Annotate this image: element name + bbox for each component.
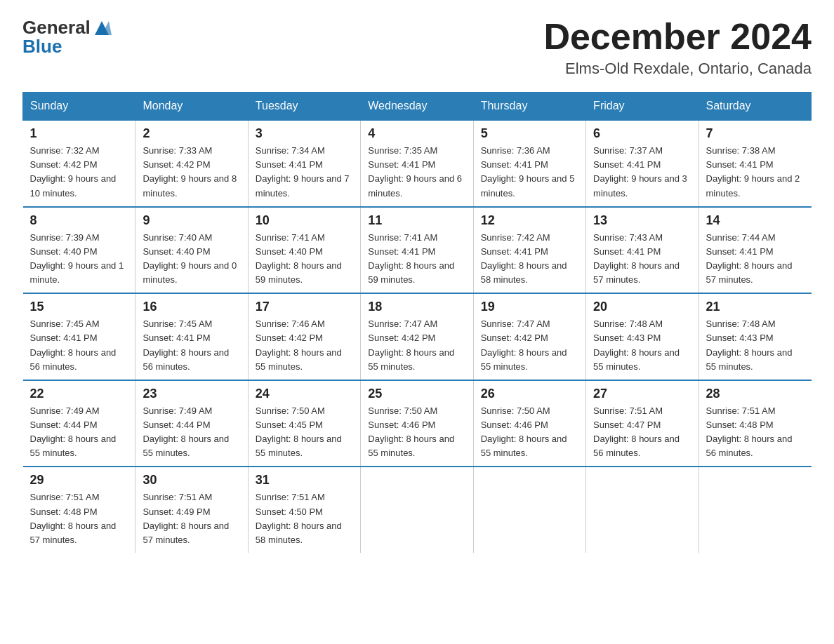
day-number: 2	[143, 126, 240, 141]
day-info: Sunrise: 7:36 AMSunset: 4:41 PMDaylight:…	[481, 144, 578, 201]
calendar-cell: 7Sunrise: 7:38 AMSunset: 4:41 PMDaylight…	[699, 120, 811, 207]
day-number: 30	[143, 473, 240, 488]
day-info: Sunrise: 7:51 AMSunset: 4:48 PMDaylight:…	[706, 404, 805, 461]
day-number: 17	[256, 300, 353, 314]
day-number: 20	[593, 300, 691, 314]
day-info: Sunrise: 7:38 AMSunset: 4:41 PMDaylight:…	[706, 144, 805, 201]
day-number: 8	[30, 213, 128, 228]
calendar-cell: 9Sunrise: 7:40 AMSunset: 4:40 PMDaylight…	[135, 207, 248, 294]
calendar-cell: 24Sunrise: 7:50 AMSunset: 4:45 PMDayligh…	[248, 380, 360, 467]
calendar-cell: 18Sunrise: 7:47 AMSunset: 4:42 PMDayligh…	[361, 293, 473, 380]
calendar-cell: 6Sunrise: 7:37 AMSunset: 4:41 PMDaylight…	[586, 120, 699, 207]
day-number: 11	[368, 213, 465, 228]
day-info: Sunrise: 7:49 AMSunset: 4:44 PMDaylight:…	[30, 404, 128, 461]
calendar-cell: 14Sunrise: 7:44 AMSunset: 4:41 PMDayligh…	[699, 207, 811, 294]
day-number: 22	[30, 387, 128, 401]
day-of-week-header: Friday	[586, 93, 699, 121]
title-block: December 2024 Elms-Old Rexdale, Ontario,…	[543, 17, 812, 78]
day-info: Sunrise: 7:46 AMSunset: 4:42 PMDaylight:…	[256, 317, 353, 374]
day-info: Sunrise: 7:49 AMSunset: 4:44 PMDaylight:…	[143, 404, 240, 461]
day-info: Sunrise: 7:45 AMSunset: 4:41 PMDaylight:…	[30, 317, 128, 374]
calendar-cell: 22Sunrise: 7:49 AMSunset: 4:44 PMDayligh…	[23, 380, 135, 467]
calendar-cell: 20Sunrise: 7:48 AMSunset: 4:43 PMDayligh…	[586, 293, 699, 380]
calendar-cell: 26Sunrise: 7:50 AMSunset: 4:46 PMDayligh…	[473, 380, 585, 467]
calendar-cell: 23Sunrise: 7:49 AMSunset: 4:44 PMDayligh…	[135, 380, 248, 467]
day-info: Sunrise: 7:33 AMSunset: 4:42 PMDaylight:…	[143, 144, 240, 201]
day-number: 13	[593, 213, 691, 228]
day-info: Sunrise: 7:47 AMSunset: 4:42 PMDaylight:…	[481, 317, 578, 374]
calendar-cell: 2Sunrise: 7:33 AMSunset: 4:42 PMDaylight…	[135, 120, 248, 207]
day-number: 12	[481, 213, 578, 228]
logo-icon	[92, 18, 112, 38]
calendar-cell	[699, 467, 811, 553]
calendar-cell: 13Sunrise: 7:43 AMSunset: 4:41 PMDayligh…	[586, 207, 699, 294]
day-info: Sunrise: 7:50 AMSunset: 4:46 PMDaylight:…	[481, 404, 578, 461]
day-number: 15	[30, 300, 128, 314]
day-info: Sunrise: 7:32 AMSunset: 4:42 PMDaylight:…	[30, 144, 128, 201]
calendar-cell: 1Sunrise: 7:32 AMSunset: 4:42 PMDaylight…	[23, 120, 135, 207]
calendar-cell: 15Sunrise: 7:45 AMSunset: 4:41 PMDayligh…	[23, 293, 135, 380]
calendar-cell: 25Sunrise: 7:50 AMSunset: 4:46 PMDayligh…	[361, 380, 473, 467]
calendar-subtitle: Elms-Old Rexdale, Ontario, Canada	[543, 60, 812, 78]
day-number: 3	[256, 126, 353, 141]
day-number: 14	[706, 213, 805, 228]
day-number: 7	[706, 126, 805, 141]
calendar-cell: 27Sunrise: 7:51 AMSunset: 4:47 PMDayligh…	[586, 380, 699, 467]
day-number: 4	[368, 126, 465, 141]
calendar-week-row: 22Sunrise: 7:49 AMSunset: 4:44 PMDayligh…	[23, 380, 812, 467]
day-info: Sunrise: 7:42 AMSunset: 4:41 PMDaylight:…	[481, 231, 578, 288]
calendar-cell: 28Sunrise: 7:51 AMSunset: 4:48 PMDayligh…	[699, 380, 811, 467]
day-info: Sunrise: 7:48 AMSunset: 4:43 PMDaylight:…	[706, 317, 805, 374]
calendar-cell	[361, 467, 473, 553]
calendar-cell	[473, 467, 585, 553]
day-number: 31	[256, 473, 353, 488]
calendar-cell: 10Sunrise: 7:41 AMSunset: 4:40 PMDayligh…	[248, 207, 360, 294]
day-number: 5	[481, 126, 578, 141]
calendar-cell: 17Sunrise: 7:46 AMSunset: 4:42 PMDayligh…	[248, 293, 360, 380]
day-number: 16	[143, 300, 240, 314]
day-info: Sunrise: 7:44 AMSunset: 4:41 PMDaylight:…	[706, 231, 805, 288]
calendar-cell: 5Sunrise: 7:36 AMSunset: 4:41 PMDaylight…	[473, 120, 585, 207]
day-number: 9	[143, 213, 240, 228]
day-number: 23	[143, 387, 240, 401]
calendar-cell: 21Sunrise: 7:48 AMSunset: 4:43 PMDayligh…	[699, 293, 811, 380]
calendar-cell: 31Sunrise: 7:51 AMSunset: 4:50 PMDayligh…	[248, 467, 360, 553]
day-number: 24	[256, 387, 353, 401]
calendar-week-row: 29Sunrise: 7:51 AMSunset: 4:48 PMDayligh…	[23, 467, 812, 553]
day-number: 18	[368, 300, 465, 314]
page-header: General Blue December 2024 Elms-Old Rexd…	[22, 17, 812, 78]
day-info: Sunrise: 7:45 AMSunset: 4:41 PMDaylight:…	[143, 317, 240, 374]
day-info: Sunrise: 7:41 AMSunset: 4:40 PMDaylight:…	[256, 231, 353, 288]
calendar-cell: 30Sunrise: 7:51 AMSunset: 4:49 PMDayligh…	[135, 467, 248, 553]
calendar-week-row: 15Sunrise: 7:45 AMSunset: 4:41 PMDayligh…	[23, 293, 812, 380]
logo-blue-text: Blue	[22, 36, 62, 58]
logo: General Blue	[22, 17, 112, 58]
calendar-cell	[586, 467, 699, 553]
day-of-week-header: Thursday	[473, 93, 585, 121]
day-info: Sunrise: 7:37 AMSunset: 4:41 PMDaylight:…	[593, 144, 691, 201]
day-of-week-header: Tuesday	[248, 93, 360, 121]
day-of-week-header: Saturday	[699, 93, 811, 121]
calendar-title: December 2024	[543, 17, 812, 57]
calendar-cell: 19Sunrise: 7:47 AMSunset: 4:42 PMDayligh…	[473, 293, 585, 380]
day-info: Sunrise: 7:50 AMSunset: 4:45 PMDaylight:…	[256, 404, 353, 461]
day-number: 29	[30, 473, 128, 488]
calendar-cell: 3Sunrise: 7:34 AMSunset: 4:41 PMDaylight…	[248, 120, 360, 207]
day-of-week-header: Sunday	[23, 93, 135, 121]
day-info: Sunrise: 7:51 AMSunset: 4:49 PMDaylight:…	[143, 490, 240, 547]
day-number: 1	[30, 126, 128, 141]
day-info: Sunrise: 7:48 AMSunset: 4:43 PMDaylight:…	[593, 317, 691, 374]
calendar-table: SundayMondayTuesdayWednesdayThursdayFrid…	[22, 92, 812, 553]
day-info: Sunrise: 7:50 AMSunset: 4:46 PMDaylight:…	[368, 404, 465, 461]
day-number: 19	[481, 300, 578, 314]
calendar-cell: 12Sunrise: 7:42 AMSunset: 4:41 PMDayligh…	[473, 207, 585, 294]
day-info: Sunrise: 7:47 AMSunset: 4:42 PMDaylight:…	[368, 317, 465, 374]
day-info: Sunrise: 7:51 AMSunset: 4:47 PMDaylight:…	[593, 404, 691, 461]
day-number: 6	[593, 126, 691, 141]
day-info: Sunrise: 7:51 AMSunset: 4:50 PMDaylight:…	[256, 490, 353, 547]
day-info: Sunrise: 7:35 AMSunset: 4:41 PMDaylight:…	[368, 144, 465, 201]
day-info: Sunrise: 7:41 AMSunset: 4:41 PMDaylight:…	[368, 231, 465, 288]
day-number: 21	[706, 300, 805, 314]
calendar-cell: 4Sunrise: 7:35 AMSunset: 4:41 PMDaylight…	[361, 120, 473, 207]
day-number: 28	[706, 387, 805, 401]
